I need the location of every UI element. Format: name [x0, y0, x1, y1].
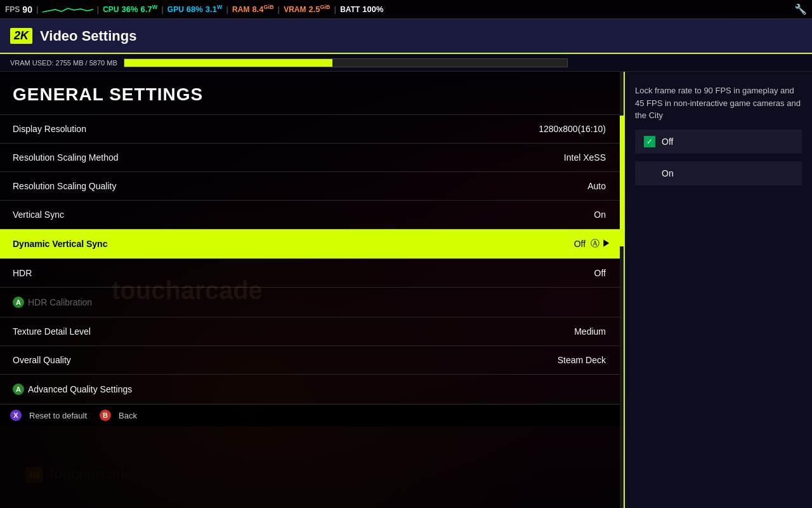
back-label: Back [119, 411, 137, 420]
nav-arrows-dynamic-vsync: Ⓐ ▶ [591, 238, 611, 250]
title-bar: 2K Video Settings [0, 19, 812, 54]
a-button-hdr-calibration: A [13, 297, 24, 308]
vram-hud-value: 2.5GiB [308, 4, 330, 14]
setting-value-overall-quality: Steam Deck [558, 355, 606, 365]
setting-row-scaling-method[interactable]: Resolution Scaling Method Intel XeSS [0, 143, 624, 171]
bottom-bar: X Reset to default B Back [0, 404, 624, 426]
section-title: GENERAL SETTINGS [0, 84, 624, 114]
setting-name-overall-quality: Overall Quality [13, 355, 558, 365]
setting-name-dynamic-vsync: Dynamic Vertical Sync [13, 239, 574, 249]
settings-overlay: 2K Video Settings VRAM USED: 2755 MB / 5… [0, 19, 812, 508]
vram-progress-fill [124, 59, 332, 67]
setting-name-texture-detail: Texture Detail Level [13, 326, 574, 337]
batt-label: BATT [340, 5, 360, 14]
vram-hud-label: VRAM [284, 5, 306, 14]
info-panel: Lock frame rate to 90 FPS in gameplay an… [625, 72, 812, 508]
setting-row-overall-quality[interactable]: Overall Quality Steam Deck [0, 345, 624, 374]
settings-wrench-icon[interactable]: 🔧 [794, 3, 807, 15]
settings-list: Display Resolution 812x508(16:10) Resol… [0, 114, 624, 404]
scroll-thumb [620, 116, 624, 246]
gpu-label: GPU [167, 5, 184, 14]
2k-logo: 2K [10, 28, 32, 44]
setting-name-hdr: HDR [13, 268, 594, 278]
setting-name-hdr-calibration: HDR Calibration [28, 297, 611, 307]
ram-value: 8.4GiB [252, 4, 273, 14]
setting-value-display-resolution: 812x508(16:10) [539, 124, 606, 134]
ram-label: RAM [232, 5, 249, 14]
settings-panel: toucharcade GENERAL SETTINGS Display Res… [0, 72, 625, 508]
empty-check-on [644, 168, 655, 179]
setting-value-dynamic-vsync: Off [574, 239, 586, 249]
back-action[interactable]: B Back [100, 410, 137, 421]
setting-row-vsync[interactable]: Vertical Sync On [0, 200, 624, 229]
option-on[interactable]: On [635, 161, 802, 185]
reset-default-action[interactable]: X Reset to default [10, 410, 87, 421]
cpu-label: CPU [103, 5, 119, 14]
setting-row-hdr[interactable]: HDR Off [0, 258, 624, 287]
check-box-off: ✓ [644, 136, 655, 147]
cpu-watts: 6.7W [141, 4, 158, 14]
content-area: toucharcade GENERAL SETTINGS Display Res… [0, 72, 812, 508]
setting-value-scaling-method: Intel XeSS [564, 152, 606, 163]
vram-progress-container [124, 58, 568, 67]
option-off[interactable]: ✓ Off [635, 130, 802, 154]
setting-name-display-resolution: Display Resolution [13, 124, 539, 134]
setting-value-vsync: On [594, 210, 606, 220]
setting-row-display-resolution[interactable]: Display Resolution 812x508(16:10) [0, 114, 624, 143]
setting-name-scaling-quality: Resolution Scaling Quality [13, 181, 587, 191]
option-off-label: Off [662, 137, 673, 147]
scroll-indicator [620, 72, 624, 508]
b-button-back: B [100, 410, 111, 421]
check-mark-off: ✓ [646, 137, 653, 146]
setting-name-scaling-method: Resolution Scaling Method [13, 152, 564, 163]
settings-title: Video Settings [40, 28, 136, 44]
x-button-reset: X [10, 410, 22, 421]
gpu-watts: 3.1W [206, 4, 223, 14]
hud-bar: FPS 90 | | CPU 36% 6.7W | GPU 68% 3.1W |… [0, 0, 812, 19]
setting-value-scaling-quality: Auto [587, 181, 606, 191]
setting-row-dynamic-vsync[interactable]: Dynamic Vertical Sync Off Ⓐ ▶ [0, 229, 624, 258]
setting-row-advanced-quality[interactable]: A Advanced Quality Settings [0, 374, 624, 404]
setting-row-texture-detail[interactable]: Texture Detail Level Medium [0, 317, 624, 345]
fps-label: FPS [5, 5, 20, 14]
batt-value: 100% [362, 4, 383, 14]
setting-row-scaling-quality[interactable]: Resolution Scaling Quality Auto [0, 171, 624, 200]
fps-value: 90 [22, 4, 32, 15]
info-description: Lock frame rate to 90 FPS in gameplay an… [635, 84, 802, 122]
vram-bar-label: VRAM USED: 2755 MB / 5870 MB [10, 59, 117, 67]
setting-value-texture-detail: Medium [574, 326, 606, 337]
reset-label: Reset to default [29, 411, 87, 420]
cpu-percent: 36% [122, 4, 138, 14]
setting-name-advanced-quality: Advanced Quality Settings [28, 384, 611, 394]
setting-name-vsync: Vertical Sync [13, 210, 594, 220]
setting-value-hdr: Off [594, 268, 606, 278]
gpu-percent: 68% [187, 4, 203, 14]
setting-row-hdr-calibration[interactable]: A HDR Calibration [0, 287, 624, 317]
a-button-advanced-quality: A [13, 384, 24, 395]
option-on-label: On [662, 168, 674, 178]
vram-bar-row: VRAM USED: 2755 MB / 5870 MB [0, 54, 812, 72]
fps-graph [43, 4, 93, 15]
